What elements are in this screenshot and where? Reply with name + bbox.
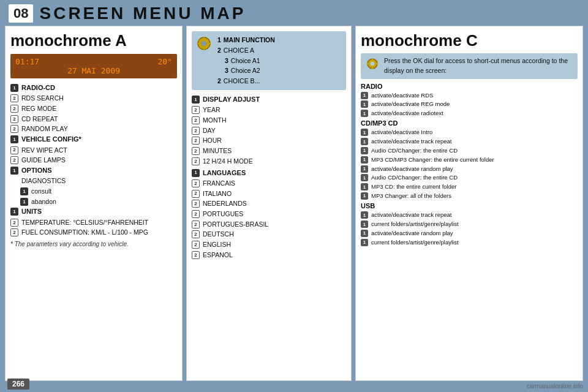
sub-item-text: 12 H/24 H MODE [203, 157, 253, 166]
sub-item-text: MINUTES [203, 146, 232, 156]
list-item: 2CD REPEAT [10, 115, 177, 124]
badge: 2 [192, 157, 200, 165]
badge: 2 [192, 116, 200, 124]
menu-item-text: DIAGNOSTICS [21, 176, 66, 186]
right-item-text: Audio CD/Changer: the entire CD [371, 173, 458, 181]
right-badge: 1 [361, 192, 368, 200]
right-badge: 1 [361, 147, 368, 154]
list-item: 212 H/24 H MODE [192, 157, 346, 166]
center-panel: 1MAIN FUNCTION 2CHOICE A 3Choice A1 3Cho… [186, 26, 352, 381]
right-badge: 1 [361, 239, 368, 246]
sub-item-text: HOUR [203, 136, 222, 145]
badge: 2 [10, 219, 18, 227]
menu-item-text: UNITS [21, 207, 42, 216]
left-menu-list: 1RADIO-CD2RDS SEARCH2REG MODE2CD REPEAT2… [10, 83, 177, 237]
list-item: 1UNITS [10, 207, 177, 216]
list-item: 2RANDOM PLAY [10, 124, 177, 134]
sub-item-text: ENGLISH [203, 240, 231, 249]
list-item: 2REG MODE [10, 104, 177, 113]
svg-rect-15 [375, 63, 378, 64]
intro-num: 2 [217, 47, 221, 54]
right-badge: 1 [361, 138, 368, 145]
sub-item-text: DAY [203, 126, 216, 135]
badge: 1 [192, 96, 200, 104]
badge: 1 [192, 169, 200, 177]
right-item: 1activate/deactivate REG mode [361, 100, 578, 108]
right-item-text: activate/deactivate random play [371, 165, 453, 173]
display-box: 01:17 20° 27 MAI 2009 [10, 54, 177, 78]
intro-num: 3 [225, 57, 228, 64]
intro-label: Choice A1 [231, 57, 260, 64]
badge: 2 [10, 125, 18, 133]
right-item: 1current folders/artist/genre/playlist [361, 220, 578, 228]
badge: 2 [192, 137, 200, 145]
badge: 2 [10, 105, 18, 113]
menu-item-text: RDS SEARCH [21, 94, 64, 103]
right-item: 1activate/deactivate track repeat [361, 137, 578, 145]
list-item: DIAGNOSTICS [10, 176, 177, 186]
badge: 2 [192, 106, 200, 114]
svg-rect-2 [203, 37, 205, 40]
section-header: 1LANGUAGES [192, 168, 346, 178]
right-item-text: activate/deactivate radiotext [371, 109, 443, 117]
right-badge: 1 [361, 110, 368, 117]
badge: 2 [192, 251, 200, 259]
badge: 2 [10, 146, 18, 154]
svg-rect-5 [208, 43, 211, 44]
list-item: 2REV WIPE ACT [10, 146, 177, 155]
right-panel-title: monochrome C [361, 31, 578, 50]
svg-rect-12 [372, 58, 373, 61]
intro-label: CHOICE B... [224, 77, 260, 85]
right-item: 1Audio CD/Changer: the entire CD [361, 173, 578, 181]
intro-label: CHOICE A [224, 47, 254, 54]
right-item-text: MP3 Changer: all of the folders [371, 192, 451, 200]
sub-item-text: YEAR [203, 105, 221, 115]
right-item-text: activate/deactivate track repeat [371, 211, 452, 219]
menu-item-text: CD REPEAT [21, 115, 58, 124]
right-item-text: activate/deactivate Intro [371, 128, 432, 136]
right-gear-icon [365, 56, 380, 72]
right-item: 1activate/deactivate RDS [361, 91, 578, 99]
intro-item: 3Choice A1 [217, 56, 275, 66]
menu-item-text: OPTIONS [21, 166, 52, 175]
watermark: carmanualonline.info [527, 383, 583, 390]
menu-item-text: RADIO-CD [21, 83, 55, 92]
badge: 2 [192, 127, 200, 135]
menu-item-text: GUIDE LAMPS [21, 156, 66, 165]
right-item-text: activate/deactivate track repeat [371, 137, 452, 145]
center-sections: 1DISPLAY ADJUST2YEAR2MONTH2DAY2HOUR2MINU… [192, 95, 346, 259]
list-item: 2PORTUGUES-BRASIL [192, 220, 346, 229]
chapter-number: 08 [9, 4, 33, 23]
right-badge: 1 [361, 211, 368, 219]
sub-item-text: ESPANOL [203, 251, 233, 260]
badge: 2 [10, 228, 18, 236]
right-item-text: current folders/artist/genre/playlist [371, 220, 459, 228]
right-header: Press the OK dial for access to short-cu… [361, 53, 578, 79]
right-item-text: MP3 CD: the entire current folder [371, 183, 456, 190]
center-section: 1LANGUAGES2FRANCAIS2ITALIANO2NEDERLANDS2… [192, 168, 346, 260]
right-badge: 1 [361, 230, 368, 237]
list-item: 2MINUTES [192, 146, 346, 156]
right-section-block: RADIO1activate/deactivate RDS1activate/d… [361, 83, 578, 118]
menu-item-text: consult [31, 187, 51, 196]
page-header: 08 SCREEN MENU MAP [0, 0, 588, 26]
menu-item-text: FUEL CONSUMPTION: KM/L - L/100 - MPG [21, 228, 148, 237]
section-title: LANGUAGES [203, 168, 246, 178]
right-item: 1MP3 CD: the entire current folder [361, 183, 578, 190]
right-sections: RADIO1activate/deactivate RDS1activate/d… [361, 83, 578, 246]
left-panel-title: monochrome A [10, 31, 177, 50]
gear-icon [195, 35, 213, 52]
badge: 2 [192, 221, 200, 228]
right-badge: 1 [361, 174, 368, 181]
right-item-text: activate/deactivate random play [371, 229, 453, 237]
list-item: 2GUIDE LAMPS [10, 156, 177, 165]
sub-item-text: PORTUGUES [203, 209, 243, 219]
badge: 2 [10, 156, 18, 164]
right-item: 1MP3 Changer: all of the folders [361, 192, 578, 200]
list-item: 2PORTUGUES [192, 209, 346, 219]
right-section-block: CD/MP3 CD1activate/deactivate Intro1acti… [361, 119, 578, 200]
badge: 2 [192, 147, 200, 155]
right-badge: 1 [361, 156, 368, 164]
right-item-text: Audio CD/Changer: the entire CD [371, 146, 458, 154]
main-layout: monochrome A 01:17 20° 27 MAI 2009 1RADI… [0, 26, 588, 386]
